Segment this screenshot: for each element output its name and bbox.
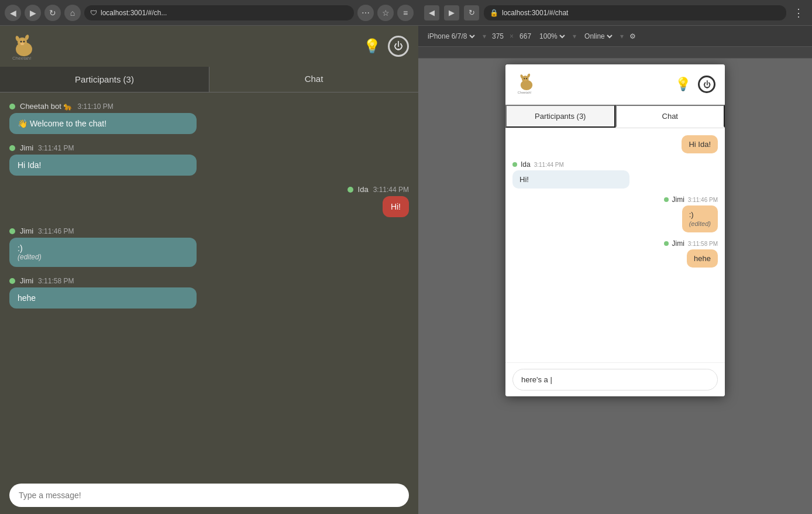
phone-tab-participants[interactable]: Participants (3)	[505, 105, 615, 128]
phone-bulb-icon[interactable]: 💡	[675, 77, 691, 92]
message-meta: Jimi 3:11:46 PM	[9, 227, 409, 235]
devtools-back[interactable]: ◀	[424, 5, 439, 20]
logo-area: Cheetah!	[9, 32, 39, 61]
more-button[interactable]: ≡	[397, 5, 414, 21]
list-item: Jimi 3:11:41 PM Hi Ida!	[9, 143, 409, 176]
list-item: Jimi 3:11:46 PM :)(edited)	[512, 196, 718, 232]
devtools-url-bar[interactable]: 🔒 localhost:3001/#/chat	[484, 5, 786, 20]
connection-selector[interactable]: Online	[582, 32, 614, 41]
message-meta: Ida 3:11:44 PM	[347, 185, 409, 194]
phone-message-time: 3:11:44 PM	[534, 162, 564, 168]
phone-input-area	[505, 362, 725, 396]
message-time: 3:11:10 PM	[77, 102, 113, 111]
device-selector[interactable]: iPhone 6/7/8	[425, 32, 477, 41]
message-bubble: Hi Ida!	[9, 155, 197, 176]
power-symbol: ⏻	[394, 41, 403, 52]
separator3: ▾	[620, 32, 624, 40]
devtools-menu-button[interactable]: ⋮	[791, 5, 806, 20]
settings-icon: ⚙	[629, 32, 636, 40]
phone-chat-messages: Hi Ida! Ida 3:11:44 PM Hi! Jimi	[505, 128, 725, 362]
phone-message-time: 3:11:46 PM	[688, 197, 718, 203]
browser-toolbar: ◀ ▶ ↻ ⌂ 🛡 localhost:3001/#/ch... ⋯ ☆ ≡	[0, 0, 418, 26]
devtools-forward[interactable]: ▶	[444, 5, 459, 20]
bookmark-button[interactable]: ☆	[377, 5, 394, 21]
header-icons: 💡 ⏻	[363, 36, 409, 57]
device-width: 375	[492, 32, 504, 40]
message-bubble: hehe	[9, 287, 197, 309]
phone-sender-name: Jimi	[672, 239, 684, 248]
device-height: 667	[519, 32, 531, 40]
left-browser-panel: ◀ ▶ ↻ ⌂ 🛡 localhost:3001/#/ch... ⋯ ☆ ≡	[0, 0, 418, 514]
list-item: Ida 3:11:44 PM Hi!	[9, 185, 409, 217]
svg-point-15	[526, 78, 527, 79]
list-item: Jimi 3:11:58 PM hehe	[512, 239, 718, 268]
tab-chat[interactable]: Chat	[209, 67, 418, 92]
message-time: 3:11:58 PM	[38, 277, 74, 285]
message-time: 3:11:44 PM	[373, 186, 409, 194]
phone-tab-chat[interactable]: Chat	[615, 105, 725, 128]
online-indicator	[9, 145, 15, 151]
zoom-selector[interactable]: 100%	[537, 32, 567, 41]
refresh-button[interactable]: ↻	[44, 5, 61, 21]
chat-input-area	[0, 477, 418, 514]
svg-text:Cheetah!: Cheetah!	[12, 56, 31, 61]
phone-message-meta: Ida 3:11:44 PM	[512, 160, 718, 169]
devtools-toolbar: ◀ ▶ ↻ 🔒 localhost:3001/#/chat ⋮	[418, 0, 812, 26]
phone-sender-name: Ida	[521, 160, 531, 169]
tabs: Participants (3) Chat	[0, 67, 418, 92]
chat-messages: Cheetah bot 🐆 3:11:10 PM 👋 Welcome to th…	[0, 92, 418, 477]
phone-sender-name: Jimi	[672, 196, 684, 204]
svg-point-5	[20, 41, 22, 43]
sender-name: Ida	[358, 185, 369, 194]
phone-tabs: Participants (3) Chat	[505, 105, 725, 128]
online-indicator	[9, 278, 15, 284]
online-indicator	[347, 187, 353, 193]
phone-message-input[interactable]	[512, 369, 718, 390]
phone-message-meta: Jimi 3:11:58 PM	[664, 239, 718, 248]
message-meta: Jimi 3:11:58 PM	[9, 276, 409, 285]
list-item: Jimi 3:11:46 PM :)(edited)	[9, 227, 409, 267]
power-icon[interactable]: ⏻	[388, 36, 409, 57]
phone-message-bubble: :)(edited)	[682, 205, 718, 232]
phone-app-header: Cheetah! 💡 ⏻	[505, 64, 725, 105]
sender-name: Jimi	[20, 227, 33, 235]
message-time: 3:11:46 PM	[38, 227, 74, 235]
phone-message-meta: Jimi 3:11:46 PM	[664, 196, 718, 204]
devtools-url-text: localhost:3001/#/chat	[502, 9, 568, 17]
list-item: Cheetah bot 🐆 3:11:10 PM 👋 Welcome to th…	[9, 102, 409, 134]
list-item: Jimi 3:11:58 PM hehe	[9, 276, 409, 309]
devtools-refresh[interactable]: ↻	[464, 5, 479, 20]
phone-power-symbol: ⏻	[703, 80, 711, 89]
x-separator: ×	[510, 32, 514, 40]
url-text: localhost:3001/#/ch...	[101, 9, 167, 17]
extensions-button[interactable]: ⋯	[357, 5, 374, 21]
list-item: Hi Ida!	[512, 135, 718, 153]
message-time: 3:11:41 PM	[38, 144, 74, 152]
phone-logo-area: Cheetah!	[515, 71, 538, 97]
home-button[interactable]: ⌂	[64, 5, 81, 21]
phone-online-indicator	[664, 241, 669, 246]
svg-point-7	[20, 43, 24, 45]
tab-participants[interactable]: Participants (3)	[0, 67, 209, 92]
app-content: Cheetah! 💡 ⏻ Participants (3) Chat Cheet…	[0, 26, 418, 514]
sender-name: Jimi	[20, 143, 33, 152]
svg-point-6	[23, 41, 25, 43]
forward-button[interactable]: ▶	[25, 5, 41, 21]
phone-edited-label: (edited)	[689, 220, 711, 227]
sender-name: Cheetah bot 🐆	[20, 102, 73, 111]
bulb-icon[interactable]: 💡	[363, 38, 381, 54]
device-toolbar: iPhone 6/7/8 ▾ 375 × 667 100% ▾ Online ▾…	[418, 26, 812, 47]
phone-container: Cheetah! 💡 ⏻ Participants (3) Chat	[418, 59, 812, 514]
message-meta: Cheetah bot 🐆 3:11:10 PM	[9, 102, 409, 111]
phone-header-icons: 💡 ⏻	[675, 76, 715, 93]
phone-message-bubble: Hi!	[512, 170, 629, 189]
message-input[interactable]	[9, 484, 409, 507]
message-bubble: 👋 Welcome to the chat!	[9, 113, 197, 134]
phone-frame: Cheetah! 💡 ⏻ Participants (3) Chat	[505, 64, 725, 396]
list-item: Ida 3:11:44 PM Hi!	[512, 160, 718, 189]
separator2: ▾	[573, 32, 576, 40]
back-button[interactable]: ◀	[5, 5, 21, 21]
url-bar[interactable]: 🛡 localhost:3001/#/ch...	[84, 5, 354, 20]
phone-power-icon[interactable]: ⏻	[698, 76, 715, 93]
edited-label: (edited)	[18, 253, 188, 261]
